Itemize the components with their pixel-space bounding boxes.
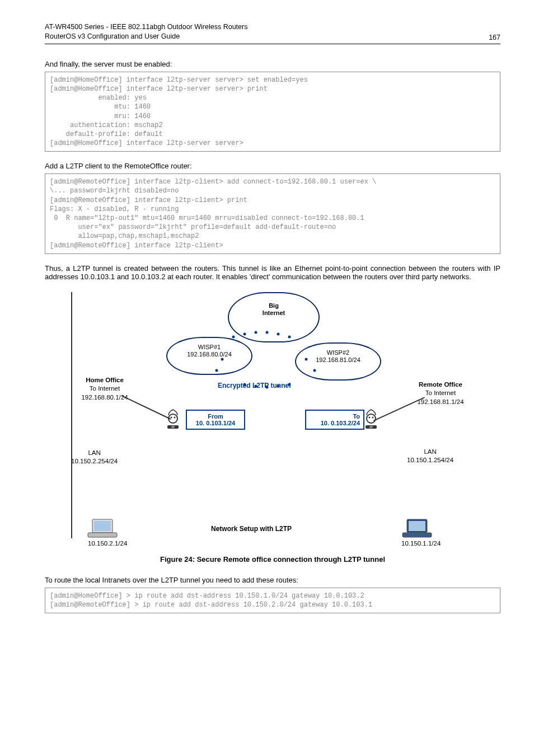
svg-point-17	[174, 416, 176, 418]
home-l2: To Internet	[90, 385, 120, 392]
remote-l1: Remote Office	[419, 381, 462, 388]
from-ip-box: From 10. 0.103.1/24	[186, 410, 245, 430]
svg-point-8	[305, 358, 308, 360]
para-enable-server: And finally, the server must be enabled:	[45, 60, 500, 68]
svg-point-21	[369, 416, 371, 418]
svg-point-3	[266, 331, 269, 334]
code-block-client: [admin@RemoteOffice] interface l2tp-clie…	[45, 173, 500, 254]
ip-bottom-right: 10.150.1.1/24	[401, 539, 441, 548]
page-number: 167	[489, 34, 500, 41]
code-block-routes: [admin@HomeOffice] > ip route add dst-ad…	[45, 588, 500, 613]
lan-l-l1: LAN	[88, 449, 100, 456]
page-header: AT-WR4500 Series - IEEE 802.11abgh Outdo…	[45, 22, 500, 44]
svg-point-7	[216, 369, 218, 372]
ip-bottom-left: 10.150.2.1/24	[88, 539, 127, 548]
svg-rect-29	[88, 533, 117, 537]
to-l1: To	[353, 413, 360, 420]
lan-right-label: LAN 10.150.1.254/24	[407, 448, 453, 465]
svg-rect-31	[409, 521, 425, 531]
diag-line-right	[373, 397, 425, 430]
network-diagram: Big Internet WISP#1 192.168.80.0/24 WISP…	[45, 292, 500, 550]
to-ip-box: To 10. 0.103.2/24	[305, 410, 364, 430]
svg-point-5	[288, 335, 291, 338]
svg-point-4	[277, 332, 280, 335]
svg-point-1	[243, 332, 246, 335]
svg-rect-32	[402, 533, 432, 537]
code-block-server: [admin@HomeOffice] interface l2tp-server…	[45, 72, 500, 152]
remote-l2: To Internet	[425, 389, 456, 396]
header-line1: AT-WR4500 Series - IEEE 802.11abgh Outdo…	[45, 23, 247, 31]
network-setup-label: Network Setup with L2TP	[211, 524, 292, 533]
para-tunnel-desc: Thus, a L2TP tunnel is created between t…	[45, 264, 500, 281]
to-l2: 10. 0.103.2/24	[321, 420, 360, 426]
link-line-right	[71, 415, 72, 538]
header-title-block: AT-WR4500 Series - IEEE 802.11abgh Outdo…	[45, 22, 247, 41]
svg-point-0	[232, 335, 235, 338]
svg-line-26	[373, 397, 425, 421]
svg-point-9	[313, 369, 316, 372]
svg-point-6	[221, 358, 224, 360]
laptop-right-icon	[401, 518, 433, 538]
laptop-left-icon	[87, 518, 118, 538]
lan-r-l1: LAN	[424, 448, 436, 455]
para-routes: To route the local Intranets over the L2…	[45, 576, 500, 584]
cloud-big-l2: Internet	[229, 309, 318, 317]
from-l1: From	[208, 413, 223, 420]
home-l1: Home Office	[86, 377, 124, 383]
from-l2: 10. 0.103.1/24	[196, 420, 235, 426]
lan-left-label: LAN 10.150.2.254/24	[71, 449, 118, 466]
encrypted-tunnel-label: Encrypted L2TP tunnel	[218, 382, 291, 389]
lan-l-l2: 10.150.2.254/24	[71, 458, 118, 464]
svg-point-2	[255, 331, 257, 334]
cloud-big-l1: Big	[229, 302, 318, 309]
lan-r-l2: 10.150.1.254/24	[407, 457, 453, 463]
svg-text:AP: AP	[369, 425, 373, 429]
diag-line-left	[121, 396, 172, 428]
figure-caption: Figure 24: Secure Remote office connecti…	[45, 555, 500, 564]
header-line2: RouterOS v3 Configuration and User Guide	[45, 32, 180, 40]
para-add-client: Add a L2TP client to the RemoteOffice ro…	[45, 162, 500, 170]
svg-rect-28	[94, 521, 111, 531]
svg-line-25	[121, 396, 171, 419]
